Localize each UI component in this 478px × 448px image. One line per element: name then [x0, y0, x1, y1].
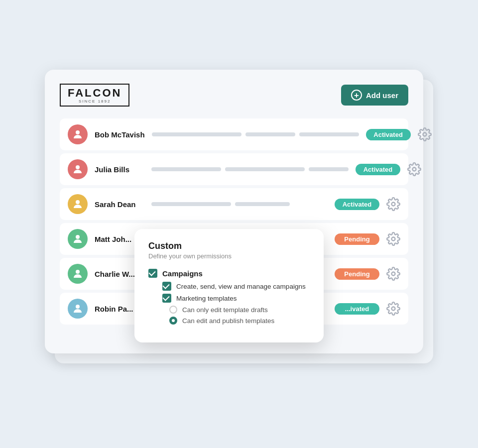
bar [235, 202, 290, 206]
svg-point-1 [423, 133, 426, 136]
bar [299, 132, 359, 136]
settings-icon[interactable] [386, 232, 400, 246]
perm-subitem-publish: Can edit and publish templates [162, 317, 310, 325]
svg-point-7 [392, 237, 395, 241]
plus-icon: + [351, 90, 362, 101]
table-row: Julia Bills Activated [60, 153, 408, 185]
avatar [68, 124, 88, 144]
svg-point-6 [76, 235, 80, 239]
header: FALCON SINCE 1892 + Add user [60, 84, 408, 107]
radio-publish-label: Can edit and publish templates [182, 317, 274, 325]
popup-subtitle: Define your own permissions [148, 252, 310, 260]
permissions-section: Campaigns Create, send, view and manage … [148, 269, 310, 325]
scene: FALCON SINCE 1892 + Add user Bob McTavis… [45, 70, 433, 378]
status-badge: Activated [356, 164, 400, 175]
perm-subitem-drafts: Can only edit template drafts [162, 306, 310, 314]
section-header: Campaigns [148, 269, 310, 278]
bar [152, 132, 241, 136]
user-name: Bob McTavish [95, 130, 145, 139]
bar [225, 167, 305, 171]
svg-point-11 [392, 307, 395, 311]
radio-drafts[interactable] [169, 306, 177, 314]
settings-icon[interactable] [418, 127, 432, 141]
marketing-checkbox[interactable] [162, 294, 171, 303]
settings-icon[interactable] [407, 162, 421, 176]
bar [245, 132, 295, 136]
bar [309, 167, 349, 171]
campaigns-manage-checkbox[interactable] [162, 282, 171, 291]
user-name: Julia Bills [95, 165, 144, 174]
logo: FALCON SINCE 1892 [60, 84, 129, 107]
permissions-popup: Custom Define your own permissions Campa… [134, 229, 324, 342]
perm-item-campaigns-manage: Create, send, view and manage campaigns [162, 282, 310, 291]
table-row: Bob McTavish Activated [60, 118, 408, 150]
perm-item-marketing: Marketing templates [162, 294, 310, 303]
svg-point-5 [392, 203, 395, 206]
avatar [68, 229, 88, 249]
add-user-button[interactable]: + Add user [341, 85, 408, 106]
svg-point-2 [76, 165, 80, 169]
status-badge: Activated [366, 129, 411, 140]
campaigns-label: Campaigns [162, 269, 203, 278]
svg-point-0 [76, 130, 80, 134]
campaigns-checkbox[interactable] [148, 269, 157, 278]
status-badge: Activated [335, 199, 379, 210]
svg-point-3 [413, 168, 416, 171]
user-bars [151, 202, 328, 206]
table-row: Sarah Dean Activated [60, 188, 408, 220]
avatar [68, 159, 88, 179]
add-user-label: Add user [366, 91, 398, 100]
user-bars [152, 132, 359, 136]
svg-point-8 [76, 270, 80, 274]
bar [151, 167, 221, 171]
svg-point-10 [76, 305, 80, 309]
marketing-label: Marketing templates [176, 295, 237, 302]
status-badge: Pending [335, 268, 379, 280]
settings-icon[interactable] [386, 267, 400, 281]
radio-publish[interactable] [169, 317, 177, 325]
avatar [68, 299, 88, 319]
settings-icon[interactable] [386, 302, 400, 316]
avatar [68, 264, 88, 284]
popup-title: Custom [148, 241, 310, 251]
bar [151, 202, 231, 206]
permission-items: Create, send, view and manage campaigns … [148, 282, 310, 325]
logo-subtitle: SINCE 1892 [79, 99, 111, 104]
logo-title: FALCON [68, 88, 121, 99]
status-badge: ...ivated [335, 303, 379, 315]
avatar [68, 194, 88, 214]
svg-point-9 [392, 272, 395, 276]
user-name: Sarah Dean [95, 200, 144, 209]
campaigns-manage-label: Create, send, view and manage campaigns [176, 283, 306, 290]
radio-drafts-label: Can only edit template drafts [182, 306, 268, 314]
status-badge: Pending [335, 233, 379, 245]
settings-icon[interactable] [386, 197, 400, 211]
svg-point-4 [76, 200, 80, 204]
user-bars [151, 167, 349, 171]
